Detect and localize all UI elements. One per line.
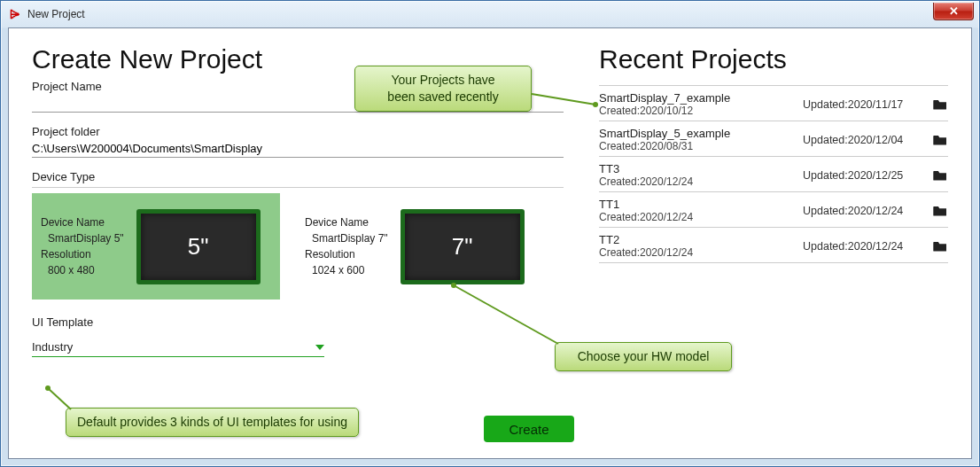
recent-project-created: Created:2020/10/12 (599, 105, 803, 117)
recent-projects-heading: Recent Projects (599, 44, 948, 74)
recent-project-created: Created:2020/12/24 (599, 211, 803, 223)
device-resolution-value: 1024 x 600 (305, 262, 388, 278)
close-icon: ✕ (949, 4, 959, 18)
device-name-value: SmartDisplay 5" (41, 230, 124, 246)
folder-icon[interactable] (932, 134, 948, 146)
folder-icon[interactable] (932, 205, 948, 217)
device-screen-7in: 7" (401, 209, 525, 284)
recent-project-name: TT1 (599, 198, 803, 211)
recent-project-item[interactable]: TT1Created:2020/12/24Updated:2020/12/24 (599, 192, 948, 228)
recent-project-created: Created:2020/12/24 (599, 246, 803, 259)
folder-icon[interactable] (932, 169, 948, 182)
device-screen-text: 7" (452, 233, 473, 261)
app-icon: ⩥ (8, 7, 22, 21)
device-name-label: Device Name (305, 214, 388, 230)
recent-project-name: SmartDisplay_7_example (599, 91, 803, 105)
device-screen-text: 5" (188, 233, 209, 261)
project-folder-label: Project folder (32, 125, 564, 138)
ui-template-label: UI Template (32, 315, 564, 332)
recent-project-updated: Updated:2020/12/24 (803, 205, 932, 217)
device-resolution-value: 800 x 480 (41, 262, 124, 278)
device-card-5in[interactable]: Device Name SmartDisplay 5" Resolution 8… (32, 193, 280, 300)
recent-project-item[interactable]: TT2Created:2020/12/24Updated:2020/12/24 (599, 228, 948, 263)
recent-project-item[interactable]: SmartDisplay_7_exampleCreated:2020/10/12… (599, 85, 948, 121)
recent-project-name: TT2 (599, 233, 803, 246)
recent-project-updated: Updated:2020/11/17 (803, 98, 932, 111)
client-area: Create New Project Project Name Project … (8, 27, 972, 459)
folder-icon[interactable] (932, 240, 948, 253)
recent-project-item[interactable]: TT3Created:2020/12/24Updated:2020/12/25 (599, 157, 948, 192)
recent-project-updated: Updated:2020/12/24 (803, 240, 932, 253)
project-folder-input[interactable] (32, 138, 564, 158)
device-card-7in[interactable]: Device Name SmartDisplay 7" Resolution 1… (296, 193, 544, 300)
recent-project-updated: Updated:2020/12/04 (803, 134, 932, 146)
folder-icon[interactable] (932, 98, 948, 111)
device-name-label: Device Name (41, 214, 124, 230)
recent-project-created: Created:2020/12/24 (599, 175, 803, 188)
device-type-label: Device Type (32, 170, 564, 188)
window-title: New Project (27, 8, 85, 20)
title-bar[interactable]: ⩥ New Project ✕ (1, 1, 979, 27)
create-button[interactable]: Create (484, 416, 574, 442)
recent-project-name: SmartDisplay_5_example (599, 127, 803, 140)
project-name-label: Project Name (32, 80, 564, 93)
page-title: Create New Project (32, 44, 564, 74)
chevron-down-icon (315, 345, 324, 350)
window-frame: ⩥ New Project ✕ Create New Project Proje… (0, 0, 980, 467)
ui-template-value: Industry (32, 340, 73, 354)
recent-project-created: Created:2020/08/31 (599, 140, 803, 152)
project-name-input[interactable] (32, 93, 564, 113)
device-resolution-label: Resolution (305, 246, 388, 262)
device-resolution-label: Resolution (41, 246, 124, 262)
device-name-value: SmartDisplay 7" (305, 230, 388, 246)
close-button[interactable]: ✕ (933, 3, 974, 20)
recent-project-updated: Updated:2020/12/25 (803, 169, 932, 182)
recent-project-item[interactable]: SmartDisplay_5_exampleCreated:2020/08/31… (599, 121, 948, 157)
recent-project-name: TT3 (599, 162, 803, 175)
device-screen-5in: 5" (136, 209, 261, 284)
ui-template-select[interactable]: Industry (32, 338, 324, 357)
